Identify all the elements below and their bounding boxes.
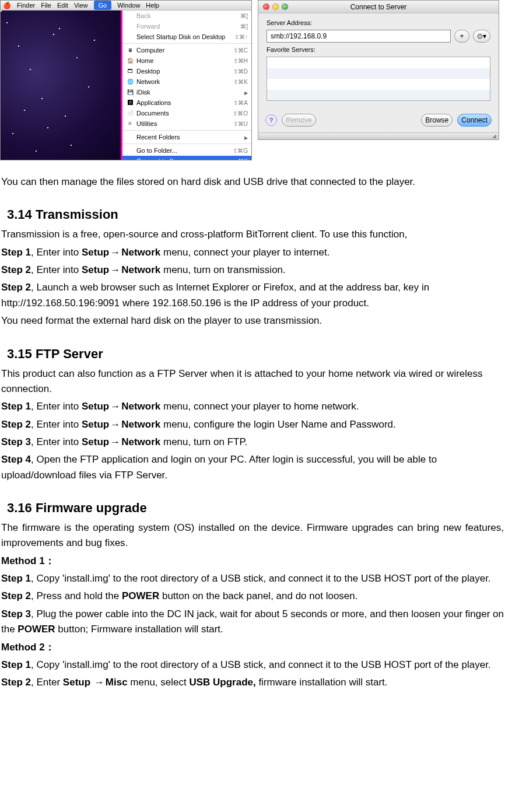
fw-m1-step2: Step 2, Press and hold the POWER button … bbox=[1, 589, 504, 604]
resize-grip-icon[interactable]: ◢ bbox=[258, 132, 499, 139]
chevron-right-icon bbox=[244, 134, 248, 141]
menu-window: Window bbox=[117, 2, 140, 9]
go-computer[interactable]: Computer⇧⌘C bbox=[122, 45, 251, 55]
connect-to-server-window: Connect to Server Server Address: smb://… bbox=[258, 0, 499, 140]
network-icon bbox=[126, 78, 134, 85]
help-button[interactable]: ? bbox=[265, 114, 277, 126]
method2-label: Method 2： bbox=[1, 640, 504, 655]
mac-desktop-wallpaper bbox=[1, 10, 122, 160]
go-forward: Forward⌘] bbox=[122, 21, 251, 32]
ftp-intro: This product can also function as a FTP … bbox=[1, 366, 504, 397]
manage-files-text: You can then manage the files stored on … bbox=[1, 174, 504, 190]
remove-button: Remove bbox=[282, 114, 316, 127]
home-icon bbox=[126, 57, 134, 64]
add-favorite-button[interactable]: + bbox=[454, 30, 469, 43]
firmware-intro: The firmware is the operating system (OS… bbox=[1, 520, 504, 551]
go-home[interactable]: Home⇧⌘H bbox=[122, 55, 251, 66]
go-idisk[interactable]: iDisk bbox=[122, 87, 251, 97]
mac-go-menu-screenshot: 🍎 Finder File Edit View Go Window Help B… bbox=[0, 0, 252, 160]
transmission-step2a: Step 2, Enter into SetupNetwork menu, tu… bbox=[1, 262, 504, 278]
browse-button[interactable]: Browse bbox=[421, 114, 453, 127]
ftp-step1: Step 1, Enter into SetupNetwork menu, co… bbox=[1, 399, 504, 414]
go-network[interactable]: Network⇧⌘K bbox=[122, 76, 251, 87]
method1-label: Method 1： bbox=[1, 554, 504, 569]
idisk-icon bbox=[126, 89, 134, 96]
fw-m2-step2: Step 2, Enter Setup Misc menu, select US… bbox=[1, 675, 504, 690]
menu-edit: Edit bbox=[57, 2, 68, 9]
go-dropdown-menu: Back⌘[ Forward⌘] Select Startup Disk on … bbox=[122, 10, 251, 160]
menu-file: File bbox=[41, 2, 51, 9]
ftp-step3: Step 3, Enter into SetupNetwork menu, tu… bbox=[1, 435, 504, 450]
go-desktop[interactable]: Desktop⇧⌘D bbox=[122, 66, 251, 76]
go-documents[interactable]: Documents⇧⌘O bbox=[122, 108, 251, 118]
mac-menubar: 🍎 Finder File Edit View Go Window Help bbox=[1, 1, 251, 10]
desktop-icon bbox=[126, 68, 134, 75]
transmission-step1: Step 1, Enter into SetupNetwork menu, co… bbox=[1, 245, 504, 260]
documents-icon bbox=[126, 110, 134, 117]
favorite-servers-label: Favorite Servers: bbox=[266, 46, 490, 53]
heading-firmware: 3.16 Firmware upgrade bbox=[7, 498, 504, 518]
ftp-step4: Step 4, Open the FTP application and log… bbox=[1, 452, 504, 483]
transmission-note: You need format the external hard disk o… bbox=[1, 313, 504, 328]
go-connect-to-server[interactable]: Connect to Server...⌘K bbox=[122, 156, 251, 160]
history-button[interactable]: ⊙▾ bbox=[473, 30, 490, 43]
transmission-intro: Transmission is a free, open-source and … bbox=[1, 227, 504, 242]
menu-finder: Finder bbox=[17, 2, 35, 9]
transmission-step2b: Step 2, Launch a web browser such as Int… bbox=[1, 280, 504, 311]
document-body: You can then manage the files stored on … bbox=[0, 166, 505, 705]
window-title: Connect to Server bbox=[258, 3, 499, 11]
window-titlebar: Connect to Server bbox=[258, 1, 499, 13]
fw-m2-step1: Step 1, Copy 'install.img' to the root d… bbox=[1, 657, 504, 673]
go-applications[interactable]: Applications⇧⌘A bbox=[122, 97, 251, 108]
go-recent-folders[interactable]: Recent Folders bbox=[122, 132, 251, 142]
server-address-label: Server Address: bbox=[266, 19, 490, 26]
fw-m1-step3: Step 3, Plug the power cable into the DC… bbox=[1, 607, 504, 638]
go-startup-disk[interactable]: Select Startup Disk on Desktop⇧⌘↑ bbox=[122, 32, 251, 42]
server-address-input[interactable]: smb://192.168.0.9 bbox=[266, 30, 451, 43]
menu-view: View bbox=[74, 2, 88, 9]
applications-icon bbox=[126, 99, 134, 106]
chevron-right-icon bbox=[244, 89, 248, 96]
go-to-folder[interactable]: Go to Folder...⇧⌘G bbox=[122, 145, 251, 156]
go-back: Back⌘[ bbox=[122, 10, 251, 21]
connect-button[interactable]: Connect bbox=[457, 114, 492, 127]
heading-transmission: 3.14 Transmission bbox=[7, 205, 504, 225]
fw-m1-step1: Step 1, Copy 'install.img' to the root d… bbox=[1, 571, 504, 586]
go-utilities[interactable]: Utilities⇧⌘U bbox=[122, 118, 251, 129]
utilities-icon bbox=[126, 120, 134, 127]
menu-go[interactable]: Go bbox=[94, 1, 112, 10]
heading-ftp: 3.15 FTP Server bbox=[7, 344, 504, 364]
ftp-step2: Step 2, Enter into SetupNetwork menu, co… bbox=[1, 417, 504, 432]
favorite-servers-list[interactable] bbox=[266, 57, 490, 101]
computer-icon bbox=[126, 47, 134, 54]
menu-help: Help bbox=[146, 2, 159, 9]
apple-icon: 🍎 bbox=[3, 2, 11, 9]
